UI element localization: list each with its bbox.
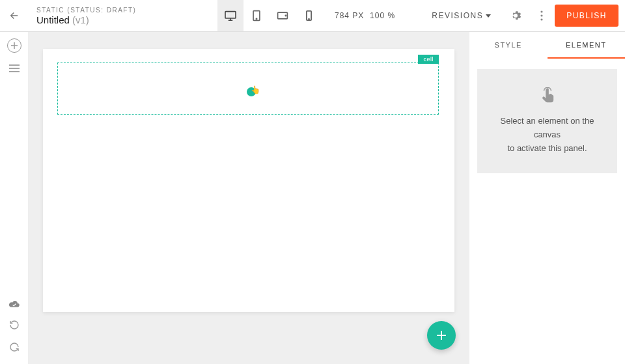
add-fab-button[interactable] (427, 321, 456, 350)
redo-button[interactable] (9, 342, 20, 352)
cursor-hand-icon: 👆 (251, 85, 260, 94)
redo-icon (9, 342, 20, 352)
add-button[interactable] (7, 38, 21, 53)
revisions-dropdown[interactable]: REVISIONS (432, 11, 491, 20)
status-label: STATIC (STATUS: DRAFT) (36, 7, 217, 14)
svg-rect-0 (225, 12, 236, 18)
selected-cell[interactable]: cell 👆 (57, 63, 439, 115)
arrow-left-icon (8, 10, 20, 21)
device-tablet-portrait-button[interactable] (243, 0, 270, 31)
plus-icon (436, 330, 447, 341)
device-desktop-button[interactable] (217, 0, 243, 31)
menu-icon (9, 64, 20, 72)
page-title: Untitled (v1) (36, 14, 217, 25)
cell-tag: cell (418, 55, 439, 64)
mobile-icon (305, 10, 312, 21)
canvas-area[interactable]: cell 👆 (29, 32, 469, 364)
settings-button[interactable] (503, 0, 529, 31)
tablet-landscape-icon (277, 11, 288, 20)
tablet-portrait-icon (252, 10, 261, 21)
undo-icon (9, 320, 20, 330)
placeholder-text: Select an element on the canvas to activ… (490, 115, 604, 155)
tab-style[interactable]: STYLE (469, 32, 548, 59)
cloud-check-icon (8, 300, 20, 308)
svg-point-4 (285, 15, 286, 16)
svg-point-7 (541, 10, 543, 12)
right-panel: STYLE ELEMENT Select an element on the c… (469, 32, 625, 364)
undo-button[interactable] (9, 320, 20, 330)
svg-point-2 (256, 18, 257, 19)
layers-button[interactable] (9, 64, 20, 72)
left-rail (0, 32, 29, 364)
cloud-status-button[interactable] (8, 300, 20, 308)
plus-icon (11, 42, 18, 49)
title-area: STATIC (STATUS: DRAFT) Untitled (v1) (29, 7, 217, 25)
gear-icon (510, 10, 521, 21)
device-tablet-landscape-button[interactable] (270, 0, 296, 31)
publish-button[interactable]: PUBLISH (555, 5, 618, 27)
desktop-icon (224, 10, 237, 21)
canvas-page[interactable]: cell 👆 (43, 49, 454, 312)
tab-element[interactable]: ELEMENT (548, 32, 626, 59)
back-button[interactable] (0, 0, 29, 31)
zoom-display: 784 PX 100 % (335, 11, 395, 20)
more-button[interactable] (529, 0, 555, 31)
tap-icon (490, 87, 604, 105)
svg-point-9 (541, 18, 543, 20)
dots-vertical-icon (540, 10, 543, 21)
svg-point-8 (541, 14, 543, 16)
svg-point-6 (308, 19, 309, 20)
caret-down-icon (486, 14, 491, 18)
device-group (217, 0, 322, 31)
panel-placeholder: Select an element on the canvas to activ… (477, 69, 617, 173)
device-mobile-button[interactable] (296, 0, 322, 31)
